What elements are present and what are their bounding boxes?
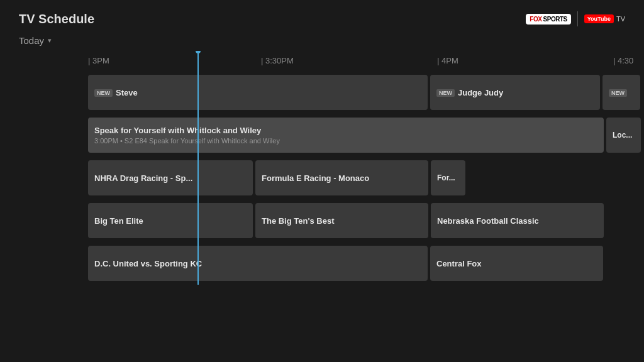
youtube-tv-logo: YouTube TV: [584, 14, 625, 23]
logo-divider: [577, 11, 578, 26]
program-fox5-overflow[interactable]: NEW: [602, 75, 640, 110]
foxsports-programs: D.C. United vs. Sporting KC Central Fox: [88, 242, 644, 285]
program-title: The Big Ten's Best: [262, 216, 422, 226]
time-slot-3pm: | 3PM: [88, 56, 109, 65]
time-slot-4pm: | 4PM: [437, 56, 458, 65]
btn-programs: Big Ten Elite The Big Ten's Best Nebrask…: [88, 199, 644, 242]
channel-row-fs2: FS2 NHRA Drag Racing - Sp... Formula E R…: [88, 156, 644, 199]
program-title: Central Fox: [436, 259, 597, 268]
program-fs1-next[interactable]: Loc...: [606, 118, 641, 153]
channel-rows: FOX5 NEWSteve NEWJudge Judy: [88, 71, 644, 285]
program-steve[interactable]: NEWSteve: [88, 75, 428, 110]
channel-row-foxsports: FOXSPORTS D.C. United vs. Sporting KC Ce…: [88, 242, 644, 285]
tv-label: TV: [616, 15, 625, 23]
fs2-programs: NHRA Drag Racing - Sp... Formula E Racin…: [88, 156, 644, 199]
program-title: Speak for Yourself with Whitlock and Wil…: [94, 126, 597, 135]
time-slot-430pm: | 4:30: [613, 56, 633, 65]
program-title: NEWJudge Judy: [436, 88, 594, 97]
program-dc-united[interactable]: D.C. United vs. Sporting KC: [88, 246, 428, 281]
schedule-wrapper: | 3PM | 3:30PM | 4PM | 4:30 FOX5: [0, 51, 644, 285]
today-label: Today: [19, 35, 44, 46]
fox5-programs: NEWSteve NEWJudge Judy NEW: [88, 71, 644, 114]
program-title: NEW: [609, 88, 634, 96]
new-badge: NEW: [609, 89, 627, 97]
program-formula-e[interactable]: Formula E Racing - Monaco: [255, 160, 428, 195]
program-title: NEWSteve: [94, 88, 421, 97]
program-big-ten-elite[interactable]: Big Ten Elite: [88, 203, 253, 238]
program-title: Big Ten Elite: [94, 216, 247, 226]
new-badge: NEW: [436, 89, 455, 97]
today-bar: Today ▾: [0, 33, 644, 51]
header: TV Schedule FOX SPORTS YouTube TV: [0, 0, 644, 33]
time-header: | 3PM | 3:30PM | 4PM | 4:30: [88, 51, 644, 71]
program-nebraska-football-classic[interactable]: Nebraska Football Classic: [431, 203, 604, 238]
program-title: Formula E Racing - Monaco: [262, 173, 422, 183]
grid-area: | 3PM | 3:30PM | 4PM | 4:30 FOX5: [88, 51, 644, 285]
program-subtitle: 3:00PM • S2 E84 Speak for Yourself with …: [94, 137, 597, 145]
fs1-programs: Speak for Yourself with Whitlock and Wil…: [88, 114, 644, 156]
program-speak-for-yourself[interactable]: Speak for Yourself with Whitlock and Wil…: [88, 118, 604, 153]
program-title: NHRA Drag Racing - Sp...: [94, 173, 247, 183]
chevron-down-icon: ▾: [48, 36, 52, 45]
channel-row-btn: BTN Big Ten Elite The Big Ten's Best Neb…: [88, 199, 644, 242]
program-title: D.C. United vs. Sporting KC: [94, 259, 421, 268]
new-badge: NEW: [94, 89, 113, 97]
fox-sports-logo: FOX SPORTS: [526, 14, 570, 25]
channel-row-fs1: FS1 Speak for Yourself with Whitlock and…: [88, 114, 644, 156]
header-logos: FOX SPORTS YouTube TV: [526, 11, 625, 26]
channel-row-fox5: FOX5 NEWSteve NEWJudge Judy: [88, 71, 644, 114]
program-central-fox[interactable]: Central Fox: [430, 246, 603, 281]
time-slot-330pm: | 3:30PM: [261, 56, 294, 65]
page-title: TV Schedule: [19, 12, 94, 26]
program-nhra[interactable]: NHRA Drag Racing - Sp...: [88, 160, 253, 195]
youtube-icon: YouTube: [584, 14, 614, 23]
time-indicator: [197, 51, 199, 285]
program-title: Nebraska Football Classic: [437, 216, 597, 226]
program-fs2-next[interactable]: For...: [431, 160, 465, 195]
program-big-tens-best[interactable]: The Big Ten's Best: [255, 203, 428, 238]
program-title: Loc...: [613, 131, 635, 140]
program-judge-judy[interactable]: NEWJudge Judy: [430, 75, 600, 110]
today-button[interactable]: Today ▾: [19, 35, 52, 46]
program-title: For...: [437, 173, 459, 182]
